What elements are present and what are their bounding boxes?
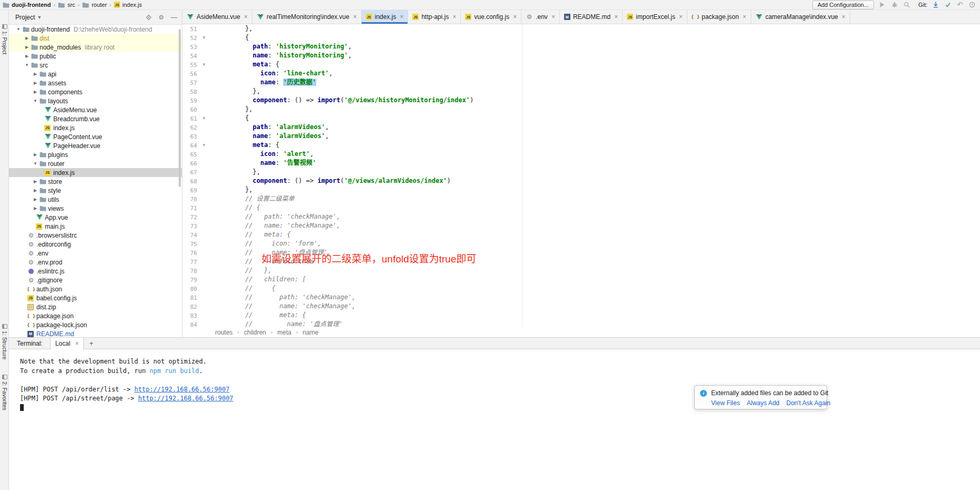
notification-action-view-files[interactable]: View Files (711, 399, 740, 407)
close-icon[interactable]: × (452, 13, 456, 21)
tree-scrollbar[interactable] (179, 29, 181, 187)
toolwindow-button-favorites[interactable]: 2: Favorites (0, 375, 9, 410)
editor-tab-asidemenu.vue[interactable]: AsideMenu.vue× (182, 10, 253, 24)
toolwindow-button-structure[interactable]: 1: Structure (0, 324, 9, 359)
chevron-right-icon[interactable]: ▶ (23, 45, 31, 50)
tree-item-public[interactable]: ▶public (9, 52, 182, 61)
editor-breadcrumb-item[interactable]: name (303, 329, 318, 336)
chevron-right-icon[interactable]: ▶ (32, 152, 39, 157)
tree-item-api[interactable]: ▶api (9, 70, 182, 79)
project-panel-title[interactable]: Project (15, 14, 35, 21)
chevron-right-icon[interactable]: ▶ (32, 179, 39, 184)
hide-panel-icon[interactable]: — (170, 14, 178, 21)
tree-item-style[interactable]: ▶style (9, 186, 182, 195)
fold-marker-icon[interactable]: ▼ (197, 114, 211, 123)
chevron-right-icon[interactable]: ▶ (32, 81, 39, 85)
tree-item-layouts[interactable]: ▼layouts (9, 96, 182, 105)
terminal-link[interactable]: http://192.168.66.56:9007 (134, 386, 230, 393)
close-icon[interactable]: × (353, 13, 357, 21)
tree-item-.env[interactable]: ⚙.env (9, 249, 182, 258)
notification-action-don-t-ask-again[interactable]: Don't Ask Again (787, 399, 831, 407)
run-icon[interactable] (879, 1, 886, 8)
tree-item-.browserslistrc[interactable]: ⚙.browserslistrc (9, 231, 182, 240)
chevron-down-icon[interactable]: ▼ (37, 15, 42, 20)
tree-item-index.js[interactable]: JSindex.js (9, 123, 182, 132)
editor-tab-.env[interactable]: ⚙.env× (521, 10, 560, 24)
tree-item-router[interactable]: ▼router (9, 159, 182, 168)
editor-breadcrumb-item[interactable]: routes (215, 329, 232, 336)
tree-item-plugins[interactable]: ▶plugins (9, 150, 182, 159)
chevron-right-icon[interactable]: ▶ (23, 54, 31, 58)
close-icon[interactable]: × (513, 13, 517, 21)
editor-tab-http-api.js[interactable]: JShttp-api.js× (408, 10, 461, 24)
editor-tab-cameramanage-index.vue[interactable]: cameraManage\index.vue× (751, 10, 850, 24)
tree-item-babel.config.js[interactable]: JSbabel.config.js (9, 293, 182, 302)
notification-action-always-add[interactable]: Always Add (746, 399, 779, 407)
close-icon[interactable]: × (679, 13, 683, 21)
settings-gear-icon[interactable]: ⚙ (158, 14, 165, 21)
tree-item-node-modules[interactable]: ▶node_moduleslibrary root (9, 43, 182, 52)
tree-item-assets[interactable]: ▶assets (9, 79, 182, 87)
tree-item-views[interactable]: ▶views (9, 204, 182, 213)
chevron-right-icon[interactable]: ▶ (32, 206, 39, 211)
fold-marker-icon[interactable]: ▼ (197, 33, 211, 42)
tree-item-app.vue[interactable]: App.vue (9, 213, 182, 222)
tree-item-main.js[interactable]: JSmain.js (9, 222, 182, 231)
tree-item-.env.prod[interactable]: ⚙.env.prod (9, 258, 182, 267)
chevron-down-icon[interactable]: ▼ (23, 63, 31, 67)
close-icon[interactable]: × (842, 13, 846, 21)
tree-item-readme.md[interactable]: MREADME.md (9, 329, 182, 337)
tree-item-duoji-frontend[interactable]: ▼duoji-frontendD:\zheheWeb\duoji-fronten… (9, 25, 182, 34)
breadcrumb-item[interactable]: JSindex.js (114, 2, 142, 8)
breadcrumb-item[interactable]: router (82, 2, 107, 8)
close-icon[interactable]: × (551, 13, 555, 21)
fold-marker-icon[interactable]: ▼ (197, 60, 211, 69)
chevron-right-icon[interactable]: ▶ (32, 197, 39, 202)
tree-item-.editorconfig[interactable]: ⚙.editorconfig (9, 240, 182, 249)
tree-item-.gitignore[interactable]: ⚙.gitignore (9, 276, 182, 285)
tree-item-asidemenu.vue[interactable]: AsideMenu.vue (9, 105, 182, 114)
tree-item-index.js[interactable]: JSindex.js (9, 168, 182, 177)
tree-item-utils[interactable]: ▶utils (9, 195, 182, 204)
editor-breadcrumb-item[interactable]: meta (277, 329, 292, 336)
tree-item-components[interactable]: ▶components (9, 87, 182, 96)
close-icon[interactable]: × (75, 340, 79, 347)
close-icon[interactable]: × (244, 13, 248, 21)
editor-tab-importexcel.js[interactable]: JSimportExcel.js× (623, 10, 687, 24)
close-icon[interactable]: × (400, 13, 403, 21)
editor-tab-readme.md[interactable]: MREADME.md× (560, 10, 623, 24)
tree-item-.eslintrc.js[interactable]: .eslintrc.js (9, 267, 182, 276)
tree-item-package.json[interactable]: { }package.json (9, 311, 182, 320)
code-editor[interactable]: 51 },52▼ {53 path: 'historyMonitoring',5… (182, 24, 980, 327)
add-configuration-button[interactable]: Add Configuration... (812, 1, 874, 9)
tree-item-auth.json[interactable]: { }auth.json (9, 285, 182, 293)
tree-item-dist[interactable]: ▶dist (9, 34, 182, 43)
fold-marker-icon[interactable]: ▼ (197, 141, 211, 150)
new-terminal-session-icon[interactable]: + (84, 338, 99, 349)
chevron-down-icon[interactable]: ▼ (15, 27, 22, 32)
debug-icon[interactable] (891, 1, 898, 8)
chevron-down-icon[interactable]: ▼ (32, 99, 39, 103)
tree-item-pagecontent.vue[interactable]: PageContent.vue (9, 132, 182, 141)
tree-item-dist.zip[interactable]: ∷dist.zip (9, 302, 182, 311)
chevron-right-icon[interactable]: ▶ (32, 188, 39, 193)
git-update-icon[interactable] (932, 1, 939, 8)
rollback-icon[interactable]: ↶ (956, 1, 964, 8)
search-everywhere-icon[interactable] (903, 1, 910, 8)
terminal-output[interactable]: Note that the development build is not o… (9, 349, 980, 413)
editor-tab-package.json[interactable]: { }package.json× (687, 10, 751, 24)
breadcrumb-item[interactable]: src (58, 2, 75, 8)
editor-tab-realtimemonitoring-index.vue[interactable]: realTimeMonitoring\index.vue× (253, 10, 362, 24)
editor-tab-vue.config.js[interactable]: JSvue.config.js× (461, 10, 521, 24)
close-icon[interactable]: × (614, 13, 618, 21)
tree-item-pageheader.vue[interactable]: PageHeader.vue (9, 141, 182, 150)
close-icon[interactable]: × (743, 13, 746, 21)
history-icon[interactable] (968, 1, 976, 8)
chevron-right-icon[interactable]: ▶ (32, 90, 39, 94)
breadcrumb-item[interactable]: duoji-frontend (2, 2, 51, 8)
tree-item-breadcrumb.vue[interactable]: Breadcrumb.vue (9, 114, 182, 123)
chevron-right-icon[interactable]: ▶ (23, 36, 31, 41)
git-commit-icon[interactable] (944, 1, 952, 8)
editor-breadcrumb-item[interactable]: children (244, 329, 266, 336)
terminal-tab-local[interactable]: Local × (50, 338, 84, 349)
